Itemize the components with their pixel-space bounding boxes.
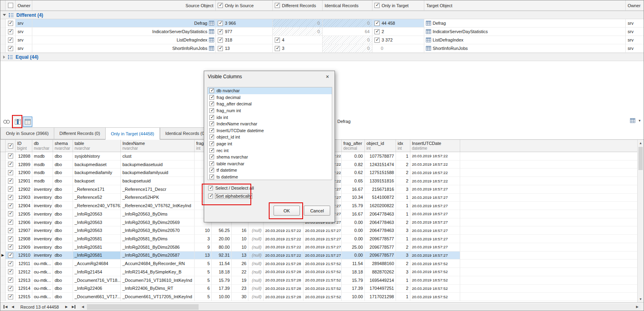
cell-db[interactable]: ou-mtk... xyxy=(32,285,53,293)
horizontal-scrollbar[interactable]: ◀ ▶ xyxy=(80,304,640,310)
cell-ID[interactable]: 12907 xyxy=(16,226,32,235)
cell-shema[interactable]: dbo xyxy=(53,210,73,218)
cell-page[interactable]: 10 xyxy=(232,243,248,252)
owner-right-column-header[interactable]: Owner xyxy=(626,0,644,10)
cell-InsertUTCDate[interactable]: 20.03.2019 18:57:27 xyxy=(410,252,460,260)
cell-idx[interactable]: 2 xyxy=(396,218,410,227)
select-all-rows-checkbox[interactable] xyxy=(8,143,13,149)
cell-idx[interactable]: 1 xyxy=(396,276,410,285)
cell-object_id[interactable]: 2064778463 xyxy=(365,210,396,218)
row-checkbox[interactable] xyxy=(8,261,13,266)
column-visibility-item[interactable]: object_id int xyxy=(208,134,332,141)
cell-tf[interactable]: 20.03.2019 21:57:28 xyxy=(264,285,303,293)
cell-rec[interactable]: (null) xyxy=(248,276,264,285)
cell-ts[interactable]: 20.03.2019 21:57:52 xyxy=(303,285,342,293)
cell-InsertUTCDate[interactable]: 20.03.2019 18:57:52 xyxy=(410,276,460,285)
cell-db[interactable]: ou-mtk... xyxy=(32,276,53,285)
column-visibility-item[interactable]: IndexName nvarchar xyxy=(208,121,332,127)
cell-ID[interactable]: 12909 xyxy=(16,243,32,252)
cell-shema[interactable]: dbo xyxy=(53,168,73,177)
only-in-target-cell[interactable]: 3 372 xyxy=(372,36,424,44)
cell-ts[interactable]: 20.03.2019 21:57:27 xyxy=(303,243,342,252)
cell-InsertUTCDate[interactable]: 20.03.2019 18:57:22 xyxy=(410,152,460,160)
cell-db[interactable]: inventory xyxy=(32,252,53,260)
select-deselect-all-row[interactable]: Select / Deselect all xyxy=(208,185,254,191)
cell-IndexName[interactable]: _Reference52HPK xyxy=(121,194,195,202)
comparison-row[interactable]: srvListDefragIndex318403 372ListDefragIn… xyxy=(0,36,644,44)
scrollbar-thumb[interactable] xyxy=(638,147,643,170)
cell-frag_after[interactable]: 0.00 xyxy=(342,235,365,243)
cell-db[interactable]: msdb xyxy=(32,160,53,169)
cell-idx[interactable]: 2 xyxy=(396,160,410,169)
comparison-row[interactable]: srvIndicatorServerDayStatistics9770642In… xyxy=(0,28,644,36)
cell-object_id[interactable]: 1275151588 xyxy=(365,168,396,177)
cell-tf[interactable]: 20.03.2019 21:57:28 xyxy=(264,259,303,268)
cell-tf[interactable]: 20.03.2019 21:57:22 xyxy=(264,235,303,243)
cell-idx[interactable]: 1 xyxy=(396,194,410,202)
cell-ID[interactable]: 12898 xyxy=(16,152,32,160)
cell-db[interactable]: inventory xyxy=(32,210,53,218)
cell-frag[interactable]: 92.31 xyxy=(212,252,232,260)
cell-rec[interactable]: (null) xyxy=(248,268,264,276)
cell-object_id[interactable]: 215671816 xyxy=(365,185,396,194)
cell-IndexName[interactable]: _InfoRg20581_ByDims xyxy=(121,235,195,243)
only-in-source-checkbox[interactable] xyxy=(218,29,223,34)
cell-ID[interactable]: 12900 xyxy=(16,168,32,177)
only-in-source-cell[interactable]: 977 xyxy=(216,28,273,36)
cell-IndexName[interactable]: backupsetuuid xyxy=(121,177,195,185)
only-in-source-cell[interactable]: 3 966 xyxy=(216,19,273,28)
column-visibility-item[interactable]: tf datetime xyxy=(208,167,332,174)
cell-db[interactable]: msdb xyxy=(32,152,53,160)
cell-tf[interactable]: 20.03.2019 21:57:28 xyxy=(264,276,303,285)
cell-ID[interactable]: 12911 xyxy=(16,259,32,268)
cell-frag_after[interactable]: 16.67 xyxy=(342,210,365,218)
cell-page[interactable]: 10 xyxy=(232,235,248,243)
cell-object_id[interactable]: 2096778577 xyxy=(365,252,396,260)
comparison-row[interactable]: srvShortInfoRunJobs13300ShortInfoRunJobs… xyxy=(0,44,644,53)
cell-tf[interactable]: 20.03.2019 21:57:22 xyxy=(264,226,303,235)
owner-cell[interactable]: srv xyxy=(626,44,644,53)
cell-shema[interactable]: dbo xyxy=(53,177,73,185)
row-checkbox[interactable] xyxy=(8,186,13,192)
cell-frag_num[interactable]: 3 xyxy=(195,235,212,243)
row-checkbox[interactable] xyxy=(8,46,13,51)
target-object-cell[interactable]: ShortInfoRunJobs xyxy=(424,44,626,53)
cell-InsertUTCDate[interactable]: 20.03.2019 18:57:27 xyxy=(410,185,460,194)
cell-idx[interactable]: 3 xyxy=(396,185,410,194)
only-in-source-checkbox[interactable] xyxy=(218,21,223,26)
cell-frag_after[interactable]: 0.00 xyxy=(342,218,365,227)
row-checkbox[interactable] xyxy=(8,38,13,43)
owner-cell[interactable]: srv xyxy=(16,28,32,36)
cell-table[interactable]: _InfoRg20563 xyxy=(73,226,121,235)
cell-ID[interactable]: 12902 xyxy=(16,185,32,194)
column-checkbox[interactable] xyxy=(209,148,214,153)
scroll-left-icon[interactable]: ◀ xyxy=(80,304,86,310)
cell-frag_after[interactable]: 17.39 xyxy=(342,285,365,293)
different-records-cell[interactable]: 4 xyxy=(273,36,323,44)
cell-ID[interactable]: 12914 xyxy=(16,285,32,293)
owner-cell[interactable]: srv xyxy=(626,19,644,28)
cell-db[interactable]: inventory xyxy=(32,218,53,227)
group-row-different[interactable]: Different (4) xyxy=(0,11,644,19)
cell-frag[interactable]: 56.25 xyxy=(212,226,232,235)
scroll-right-icon[interactable]: ▶ xyxy=(634,304,640,310)
owner-cell[interactable]: srv xyxy=(16,44,32,53)
cell-object_id[interactable]: 1243151474 xyxy=(365,160,396,169)
row-checkbox[interactable] xyxy=(8,203,13,208)
only-in-target-cell[interactable]: 2 xyxy=(372,28,424,36)
cell-shema[interactable]: dbo xyxy=(53,194,73,202)
identical-records-cell[interactable]: 0 xyxy=(323,44,372,53)
row-checkbox[interactable] xyxy=(8,211,13,216)
cell-table[interactable]: sysjobhistory xyxy=(73,152,121,160)
row-checkbox[interactable] xyxy=(8,294,13,299)
column-visibility-item[interactable]: table nvarchar xyxy=(208,160,332,167)
only-in-source-cell[interactable]: 318 xyxy=(216,36,273,44)
select-all-checkbox[interactable] xyxy=(8,3,13,8)
table-row[interactable]: 12912ou-mtk...dbo_InfoRg21454_InfoR21454… xyxy=(0,268,638,276)
cell-ID[interactable]: 12901 xyxy=(16,177,32,185)
cell-object_id[interactable]: 882870262 xyxy=(365,268,396,276)
cell-table[interactable]: _InfoRg20581 xyxy=(73,243,121,252)
cell-IndexName[interactable]: _InfoRg20581_ByDims20586 xyxy=(121,243,195,252)
cell-idx[interactable]: 1 xyxy=(396,235,410,243)
target-object-cell[interactable]: ListDefragIndex xyxy=(424,36,626,44)
